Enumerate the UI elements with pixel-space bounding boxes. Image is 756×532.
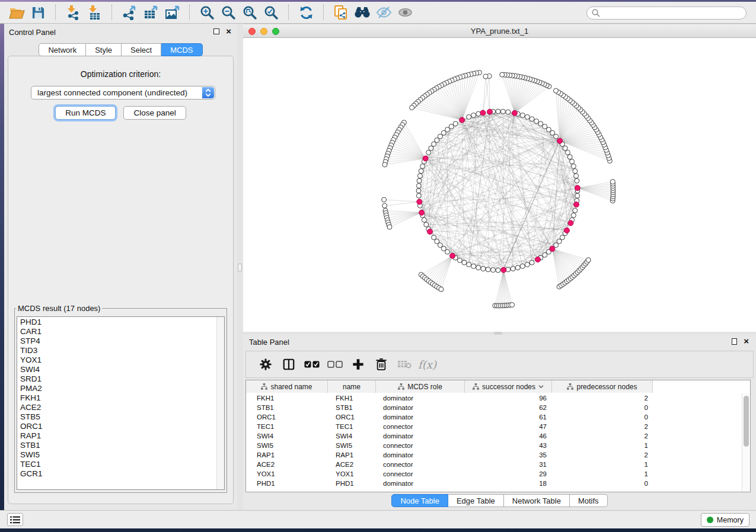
mcds-result-item[interactable]: RAP1 [17, 431, 216, 441]
save-session-button[interactable] [27, 4, 49, 21]
close-panel-icon[interactable]: × [226, 26, 231, 36]
zoom-selected-button[interactable] [260, 4, 282, 21]
list-icon [10, 516, 20, 524]
cell-mcds-role: connector [376, 423, 465, 430]
mcds-result-item[interactable]: ORC1 [17, 422, 216, 431]
delete-column-button[interactable] [369, 354, 393, 375]
export-network-button[interactable] [119, 4, 140, 21]
table-row[interactable]: STB1STB1dominator620 [246, 403, 742, 412]
mcds-result-item[interactable]: STB1 [17, 441, 216, 450]
vertical-splitter[interactable] [237, 24, 243, 510]
column-header-predecessor-nodes[interactable]: predecessor nodes [552, 380, 653, 393]
column-header-name[interactable]: name [328, 380, 376, 393]
table-toolbar: f(x) [245, 351, 754, 378]
criterion-select[interactable]: largest connected component (undirected) [31, 86, 215, 100]
panel-menu-button[interactable] [7, 513, 23, 526]
table-row[interactable]: PHD1PHD1dominator180 [246, 479, 742, 488]
cell-name: YOX1 [328, 470, 376, 477]
cell-shared-name: ORC1 [246, 414, 328, 421]
mcds-result-item[interactable]: PMA2 [17, 384, 216, 393]
table-tabs: Node TableEdge TableNetwork TableMotifs [243, 494, 756, 507]
mcds-result-item[interactable]: GCR1 [17, 469, 216, 479]
zoom-in-button[interactable] [196, 4, 218, 21]
table-row[interactable]: SWI4SWI4dominator462 [246, 431, 742, 441]
mcds-result-item[interactable]: SRD1 [17, 374, 216, 384]
mcds-result-item[interactable]: TEC1 [17, 460, 216, 469]
show-all-button[interactable] [394, 4, 416, 21]
hide-selected-button[interactable] [373, 4, 394, 21]
control-panel: Control Panel × NetworkStyleSelectMCDS O… [4, 24, 237, 510]
table-row[interactable]: TEC1TEC1connector472 [246, 422, 742, 431]
refresh-view-button[interactable] [295, 4, 317, 21]
cell-predecessor-nodes: 0 [552, 404, 653, 411]
import-table-button[interactable] [84, 4, 105, 21]
add-column-button[interactable] [346, 354, 369, 375]
import-network-button[interactable] [62, 4, 84, 21]
mcds-result-item[interactable]: CAR1 [17, 327, 216, 336]
cell-mcds-role: dominator [376, 451, 465, 459]
mcds-result-item[interactable]: PHD1 [17, 318, 216, 327]
tab-network[interactable]: Network [39, 43, 86, 56]
memory-button[interactable]: Memory [701, 513, 749, 527]
tab-edge-table[interactable]: Edge Table [448, 494, 504, 507]
table-row[interactable]: ORC1ORC1dominator610 [246, 412, 742, 422]
export-image-button[interactable] [161, 4, 183, 21]
close-panel-icon[interactable]: × [744, 336, 749, 346]
tab-mcds[interactable]: MCDS [161, 43, 202, 56]
tab-style[interactable]: Style [86, 43, 122, 56]
mcds-result-item[interactable]: STP4 [17, 336, 216, 346]
network-canvas[interactable] [243, 38, 756, 332]
run-mcds-button[interactable]: Run MCDS [55, 106, 116, 120]
column-header-MCDS-role[interactable]: MCDS role [376, 380, 465, 393]
cell-successor-nodes: 47 [465, 423, 552, 430]
mcds-result-item[interactable]: ACE2 [17, 403, 216, 412]
mcds-result-item[interactable]: FKH1 [17, 393, 216, 403]
mcds-result-item[interactable]: STB5 [17, 412, 216, 422]
cell-name: RAP1 [328, 451, 376, 459]
search-icon [592, 9, 600, 17]
mcds-result-item[interactable]: SWI5 [17, 450, 216, 460]
tab-node-table[interactable]: Node Table [391, 494, 448, 507]
mcds-tab-content: Optimization criterion: largest connecte… [8, 56, 234, 504]
cell-mcds-role: connector [376, 442, 465, 449]
splitter-grip[interactable] [238, 264, 242, 271]
cell-shared-name: RAP1 [246, 451, 328, 459]
clone-network-button[interactable] [330, 4, 352, 21]
export-network-icon [122, 5, 138, 20]
result-scrollbar[interactable] [216, 317, 224, 489]
column-header-shared-name[interactable]: shared name [246, 380, 328, 393]
tab-select[interactable]: Select [122, 43, 161, 56]
mcds-result-item[interactable]: TID3 [17, 346, 216, 355]
open-file-button[interactable] [6, 4, 27, 21]
close-panel-button[interactable]: Close panel [123, 106, 186, 120]
node-table: shared namenameMCDS rolesuccessor nodesp… [245, 380, 751, 492]
float-panel-icon[interactable] [732, 338, 737, 345]
plus-icon [352, 358, 364, 370]
cell-predecessor-nodes: 1 [552, 442, 653, 449]
table-row[interactable]: ACE2ACE2connector311 [246, 460, 742, 469]
select-all-button[interactable] [300, 354, 323, 375]
tab-network-table[interactable]: Network Table [504, 494, 570, 507]
mcds-result-item[interactable]: YOX1 [17, 355, 216, 365]
search-input[interactable] [603, 9, 741, 17]
table-row[interactable]: SWI5SWI5connector431 [246, 441, 742, 450]
deselect-all-button[interactable] [323, 354, 346, 375]
network-window: YPA_prune.txt_1 [243, 24, 756, 332]
float-panel-icon[interactable] [213, 28, 219, 34]
column-header-successor-nodes[interactable]: successor nodes [465, 380, 552, 393]
table-row[interactable]: RAP1RAP1dominator352 [246, 450, 742, 460]
tab-motifs[interactable]: Motifs [570, 494, 608, 507]
zoom-fit-button[interactable] [239, 4, 260, 21]
mcds-result-item[interactable]: SWI4 [17, 365, 216, 374]
cell-predecessor-nodes: 1 [552, 461, 653, 468]
scrollbar-thumb[interactable] [744, 396, 749, 447]
export-table-button[interactable] [140, 4, 161, 21]
table-scrollbar[interactable] [742, 393, 750, 492]
zoom-out-button[interactable] [218, 4, 239, 21]
table-settings-button[interactable] [254, 354, 277, 375]
search-network-button[interactable] [352, 4, 373, 21]
memory-status-icon [707, 517, 713, 523]
table-row[interactable]: YOX1YOX1connector291 [246, 469, 742, 479]
show-columns-button[interactable] [277, 354, 300, 375]
table-row[interactable]: FKH1FKH1dominator962 [246, 393, 742, 403]
